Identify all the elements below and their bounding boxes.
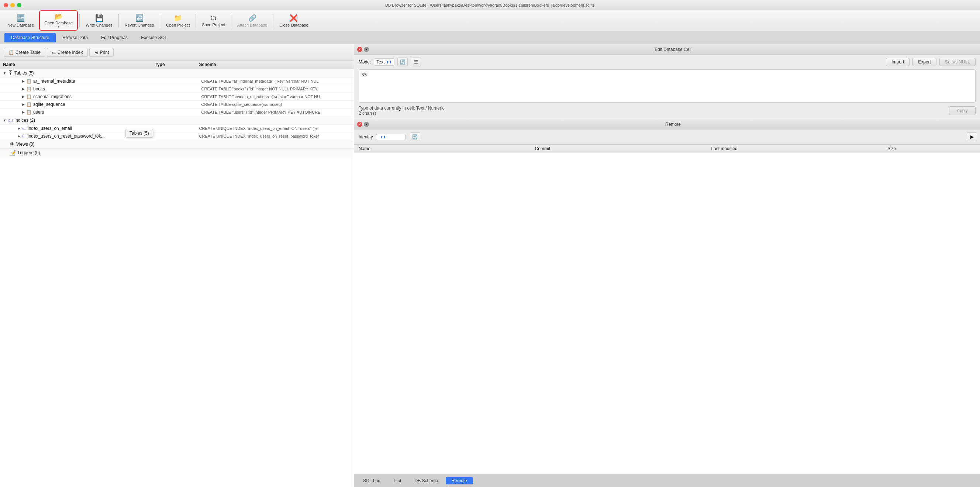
ss-icon: 📋 xyxy=(26,102,32,107)
remote-panel-controls[interactable]: ✕ ● xyxy=(357,122,369,127)
mode-format-button[interactable]: ☰ xyxy=(410,57,421,67)
maximize-dot[interactable] xyxy=(17,3,21,7)
tree-row[interactable]: ▶ 📋 books CREATE TABLE "books" ("id" int… xyxy=(0,85,354,93)
create-index-label: Create Index xyxy=(57,50,83,55)
open-project-button[interactable]: 📁 Open Project xyxy=(162,13,194,29)
tree-row[interactable]: ▶ 📋 schema_migrations CREATE TABLE "sche… xyxy=(0,93,354,101)
tree-row[interactable]: ▶ 📋 users CREATE TABLE "users" ("id" int… xyxy=(0,108,354,116)
cell-value: 35 xyxy=(361,72,367,78)
identity-label: Identity xyxy=(359,134,373,140)
ar-schema: CREATE TABLE "ar_internal_metadata" ("ke… xyxy=(202,79,319,83)
bottom-tab-remote[interactable]: Remote xyxy=(446,477,473,484)
remote-right-icon: ▶ xyxy=(970,134,974,140)
views-label: Views (0) xyxy=(16,142,35,147)
tree-row[interactable]: ▶ 📋 ar_internal_metadata CREATE TABLE "a… xyxy=(0,78,354,85)
identity-action-button[interactable]: 🔄 xyxy=(410,132,420,141)
expand-indices-arrow[interactable]: ▼ xyxy=(3,118,6,122)
cell-editor[interactable]: 35 xyxy=(359,69,975,103)
main-toolbar: 🆕 New Database 📂 Open Database ▼ 💾 Write… xyxy=(0,10,980,31)
expand-iurp-arrow[interactable]: ▶ xyxy=(18,134,20,138)
revert-changes-button[interactable]: ↩️ Revert Changes xyxy=(120,13,159,29)
users-label: users xyxy=(33,110,44,115)
minimize-dot[interactable] xyxy=(10,3,15,7)
remote-panel-detach-button[interactable]: ● xyxy=(364,122,369,127)
books-schema: CREATE TABLE "books" ("id" integer NOT N… xyxy=(202,87,318,91)
iue-schema: CREATE UNIQUE INDEX "index_users_on_emai… xyxy=(199,126,318,131)
tree-row[interactable]: ▶ 🏷 index_users_on_reset_password_tok...… xyxy=(0,132,354,140)
cell-type-info: Type of data currently in cell: Text / N… xyxy=(359,105,445,111)
apply-button[interactable]: Apply xyxy=(949,106,975,115)
tree-row[interactable]: ▼ 🏷 Indices (2) xyxy=(0,116,354,125)
mode-action-button[interactable]: 🔄 xyxy=(398,57,408,67)
apply-label: Apply xyxy=(957,108,968,113)
toolbar-sep-5 xyxy=(231,14,231,27)
tab-browse-data[interactable]: Browse Data xyxy=(56,33,94,43)
structure-tree[interactable]: Name Type Schema ▼ 🗄 Tables (5) ▶ 📋 xyxy=(0,60,354,487)
open-database-icon: 📂 xyxy=(55,13,63,21)
open-project-icon: 📁 xyxy=(174,14,182,22)
mode-value: Text xyxy=(376,59,385,65)
cell-panel-close-button[interactable]: ✕ xyxy=(357,47,362,52)
cell-panel-detach-button[interactable]: ● xyxy=(364,47,369,52)
expand-ss-arrow[interactable]: ▶ xyxy=(22,103,25,106)
set-null-button[interactable]: Set as NULL xyxy=(939,58,975,66)
bottom-tab-db-schema[interactable]: DB Schema xyxy=(409,477,444,484)
tree-row[interactable]: 👁 Views (0) xyxy=(0,140,354,149)
open-project-label: Open Project xyxy=(166,23,190,27)
remote-col-name: Name xyxy=(359,146,535,151)
window-controls[interactable] xyxy=(4,3,21,7)
close-database-icon: ❌ xyxy=(290,14,298,22)
cell-panel-titlebar: ✕ ● Edit Database Cell xyxy=(354,44,980,55)
write-changes-button[interactable]: 💾 Write Changes xyxy=(81,13,117,29)
close-dot[interactable] xyxy=(4,3,8,7)
expand-ar-arrow[interactable]: ▶ xyxy=(22,79,25,83)
expand-books-arrow[interactable]: ▶ xyxy=(22,87,25,91)
remote-col-size: Size xyxy=(888,146,975,151)
sm-icon: 📋 xyxy=(26,94,32,99)
create-table-button[interactable]: 📋 Create Table xyxy=(4,48,45,57)
expand-tables-arrow[interactable]: ▼ xyxy=(3,71,6,75)
ar-icon: 📋 xyxy=(26,79,32,84)
tree-row[interactable]: 📝 Triggers (0) xyxy=(0,149,354,157)
print-button[interactable]: 🖨 Print xyxy=(89,48,114,57)
revert-changes-icon: ↩️ xyxy=(135,14,143,22)
export-label: Export xyxy=(918,59,931,65)
new-database-button[interactable]: 🆕 New Database xyxy=(3,13,38,29)
ss-schema: CREATE TABLE sqlite_sequence(name,seq) xyxy=(202,102,282,107)
tree-header: Name Type Schema xyxy=(0,60,354,69)
remote-panel-close-button[interactable]: ✕ xyxy=(357,122,362,127)
cell-panel-controls[interactable]: ✕ ● xyxy=(357,47,369,52)
identity-select[interactable]: ⬆⬇ xyxy=(376,134,406,140)
expand-users-arrow[interactable]: ▶ xyxy=(22,110,25,114)
mode-select-arrow-icon: ⬆⬇ xyxy=(386,60,392,64)
expand-sm-arrow[interactable]: ▶ xyxy=(22,95,25,99)
bottom-tabs: SQL Log Plot DB Schema Remote xyxy=(354,474,980,487)
bottom-tab-plot[interactable]: Plot xyxy=(388,477,407,484)
create-table-icon: 📋 xyxy=(8,50,14,55)
attach-database-button[interactable]: 🔗 Attach Database xyxy=(233,13,272,29)
toolbar-sep-4 xyxy=(196,14,196,27)
attach-database-icon: 🔗 xyxy=(248,14,256,22)
tree-row[interactable]: ▼ 🗄 Tables (5) xyxy=(0,69,354,78)
mode-select[interactable]: Text ⬆⬇ xyxy=(374,58,395,66)
tables-tooltip: Tables (5) xyxy=(126,129,153,138)
save-project-button[interactable]: 🗂 Save Project xyxy=(197,13,229,29)
remote-right-button[interactable]: ▶ xyxy=(967,132,977,141)
expand-iue-arrow[interactable]: ▶ xyxy=(18,127,20,130)
close-database-button[interactable]: ❌ Close Database xyxy=(275,13,312,29)
create-index-button[interactable]: 🏷 Create Index xyxy=(47,48,88,57)
export-button[interactable]: Export xyxy=(913,58,937,66)
open-database-button[interactable]: 📂 Open Database ▼ xyxy=(39,10,78,30)
remote-table-header: Name Commit Last modified Size xyxy=(354,144,980,153)
toolbar-sep-3 xyxy=(160,14,160,27)
tab-execute-sql[interactable]: Execute SQL xyxy=(134,33,174,43)
import-button[interactable]: Import xyxy=(886,58,910,66)
set-null-label: Set as NULL xyxy=(945,59,970,65)
toolbar-sep-2 xyxy=(118,14,119,27)
bottom-tab-sql-log[interactable]: SQL Log xyxy=(357,477,386,484)
tab-edit-pragmas[interactable]: Edit Pragmas xyxy=(94,33,134,43)
open-database-label: Open Database xyxy=(44,21,73,25)
tree-row[interactable]: ▶ 📋 sqlite_sequence CREATE TABLE sqlite_… xyxy=(0,101,354,108)
tab-database-structure[interactable]: Database Structure xyxy=(5,33,56,43)
tree-row[interactable]: ▶ 🏷 index_users_on_email CREATE UNIQUE I… xyxy=(0,125,354,132)
